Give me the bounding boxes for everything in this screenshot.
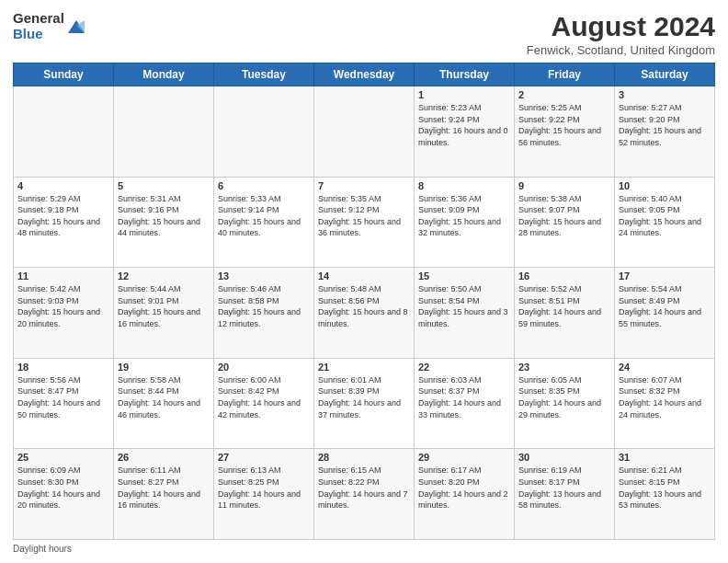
day-info: Sunrise: 5:52 AM Sunset: 8:51 PM Dayligh… [518,283,610,329]
logo-area: General Blue [13,11,86,41]
calendar-cell: 23Sunrise: 6:05 AM Sunset: 8:35 PM Dayli… [515,358,615,449]
calendar-cell: 26Sunrise: 6:11 AM Sunset: 8:27 PM Dayli… [114,449,214,540]
day-info: Sunrise: 6:13 AM Sunset: 8:25 PM Dayligh… [218,465,310,511]
calendar-cell: 12Sunrise: 5:44 AM Sunset: 9:01 PM Dayli… [114,268,214,359]
main-title: August 2024 [527,11,715,41]
logo-icon [66,17,86,37]
day-number: 14 [318,270,410,282]
calendar-cell: 25Sunrise: 6:09 AM Sunset: 8:30 PM Dayli… [14,449,114,540]
day-info: Sunrise: 5:54 AM Sunset: 8:49 PM Dayligh… [619,283,711,329]
day-info: Sunrise: 5:58 AM Sunset: 8:44 PM Dayligh… [118,374,210,420]
day-number: 23 [518,362,610,373]
day-info: Sunrise: 6:05 AM Sunset: 8:35 PM Dayligh… [518,374,610,420]
day-header-monday: Monday [114,63,214,86]
logo-blue: Blue [13,27,64,42]
day-number: 7 [318,180,410,191]
calendar-cell: 2Sunrise: 5:25 AM Sunset: 9:22 PM Daylig… [515,86,615,178]
day-number: 4 [17,180,109,191]
calendar-body: 1Sunrise: 5:23 AM Sunset: 9:24 PM Daylig… [14,86,715,540]
day-number: 2 [518,89,610,100]
calendar-cell [14,86,114,178]
day-info: Sunrise: 5:27 AM Sunset: 9:20 PM Dayligh… [619,102,711,148]
day-info: Sunrise: 5:35 AM Sunset: 9:12 PM Dayligh… [318,193,410,239]
day-number: 10 [619,180,711,191]
calendar-cell: 17Sunrise: 5:54 AM Sunset: 8:49 PM Dayli… [615,268,715,359]
day-info: Sunrise: 6:17 AM Sunset: 8:20 PM Dayligh… [418,465,510,511]
day-header-saturday: Saturday [615,63,715,86]
day-header-tuesday: Tuesday [214,63,314,86]
day-info: Sunrise: 6:15 AM Sunset: 8:22 PM Dayligh… [318,465,410,511]
day-info: Sunrise: 5:48 AM Sunset: 8:56 PM Dayligh… [318,283,410,329]
footer: Daylight hours [13,544,715,554]
day-number: 16 [518,270,610,282]
day-info: Sunrise: 5:42 AM Sunset: 9:03 PM Dayligh… [17,283,109,329]
day-number: 1 [418,89,510,100]
day-number: 24 [619,362,711,373]
calendar-cell: 10Sunrise: 5:40 AM Sunset: 9:05 PM Dayli… [615,177,715,268]
day-info: Sunrise: 5:36 AM Sunset: 9:09 PM Dayligh… [418,193,510,239]
day-info: Sunrise: 6:11 AM Sunset: 8:27 PM Dayligh… [118,465,210,511]
day-number: 5 [118,180,210,191]
day-info: Sunrise: 5:38 AM Sunset: 9:07 PM Dayligh… [518,193,610,239]
calendar-cell: 11Sunrise: 5:42 AM Sunset: 9:03 PM Dayli… [14,268,114,359]
day-number: 21 [318,362,410,373]
calendar-cell: 29Sunrise: 6:17 AM Sunset: 8:20 PM Dayli… [415,449,515,540]
calendar-cell: 27Sunrise: 6:13 AM Sunset: 8:25 PM Dayli… [214,449,314,540]
calendar-cell: 7Sunrise: 5:35 AM Sunset: 9:12 PM Daylig… [314,177,415,268]
calendar-cell: 9Sunrise: 5:38 AM Sunset: 9:07 PM Daylig… [515,177,615,268]
day-number: 13 [218,270,310,282]
day-info: Sunrise: 5:46 AM Sunset: 8:58 PM Dayligh… [218,283,310,329]
day-info: Sunrise: 6:01 AM Sunset: 8:39 PM Dayligh… [318,374,410,420]
day-number: 6 [218,180,310,191]
day-header-friday: Friday [515,63,615,86]
day-header-sunday: Sunday [14,63,114,86]
day-header-thursday: Thursday [415,63,515,86]
calendar-week-2: 4Sunrise: 5:29 AM Sunset: 9:18 PM Daylig… [14,177,715,268]
calendar-cell: 13Sunrise: 5:46 AM Sunset: 8:58 PM Dayli… [214,268,314,359]
calendar-cell: 30Sunrise: 6:19 AM Sunset: 8:17 PM Dayli… [515,449,615,540]
day-info: Sunrise: 6:00 AM Sunset: 8:42 PM Dayligh… [218,374,310,420]
day-info: Sunrise: 6:07 AM Sunset: 8:32 PM Dayligh… [619,374,711,420]
day-info: Sunrise: 6:03 AM Sunset: 8:37 PM Dayligh… [418,374,510,420]
day-info: Sunrise: 5:56 AM Sunset: 8:47 PM Dayligh… [17,374,109,420]
day-number: 25 [17,452,109,463]
day-number: 30 [518,452,610,463]
day-number: 18 [17,362,109,373]
calendar-cell: 22Sunrise: 6:03 AM Sunset: 8:37 PM Dayli… [415,358,515,449]
day-info: Sunrise: 6:09 AM Sunset: 8:30 PM Dayligh… [17,465,109,511]
calendar-cell: 6Sunrise: 5:33 AM Sunset: 9:14 PM Daylig… [214,177,314,268]
calendar-cell: 28Sunrise: 6:15 AM Sunset: 8:22 PM Dayli… [314,449,415,540]
day-number: 22 [418,362,510,373]
day-info: Sunrise: 5:50 AM Sunset: 8:54 PM Dayligh… [418,283,510,329]
calendar-cell: 20Sunrise: 6:00 AM Sunset: 8:42 PM Dayli… [214,358,314,449]
calendar-cell: 16Sunrise: 5:52 AM Sunset: 8:51 PM Dayli… [515,268,615,359]
day-number: 11 [17,270,109,282]
day-info: Sunrise: 5:33 AM Sunset: 9:14 PM Dayligh… [218,193,310,239]
day-info: Sunrise: 5:23 AM Sunset: 9:24 PM Dayligh… [418,102,510,148]
calendar-cell: 4Sunrise: 5:29 AM Sunset: 9:18 PM Daylig… [14,177,114,268]
day-number: 27 [218,452,310,463]
day-info: Sunrise: 5:44 AM Sunset: 9:01 PM Dayligh… [118,283,210,329]
day-number: 19 [118,362,210,373]
day-number: 12 [118,270,210,282]
day-info: Sunrise: 5:40 AM Sunset: 9:05 PM Dayligh… [619,193,711,239]
calendar-cell [114,86,214,178]
calendar-cell: 31Sunrise: 6:21 AM Sunset: 8:15 PM Dayli… [615,449,715,540]
logo-text: General Blue [13,11,64,41]
calendar-week-3: 11Sunrise: 5:42 AM Sunset: 9:03 PM Dayli… [14,268,715,359]
day-number: 20 [218,362,310,373]
day-header-wednesday: Wednesday [314,63,415,86]
day-number: 26 [118,452,210,463]
day-info: Sunrise: 5:29 AM Sunset: 9:18 PM Dayligh… [17,193,109,239]
day-number: 15 [418,270,510,282]
day-info: Sunrise: 5:25 AM Sunset: 9:22 PM Dayligh… [518,102,610,148]
day-number: 31 [619,452,711,463]
calendar-cell: 5Sunrise: 5:31 AM Sunset: 9:16 PM Daylig… [114,177,214,268]
title-area: August 2024 Fenwick, Scotland, United Ki… [527,11,715,57]
calendar-cell: 8Sunrise: 5:36 AM Sunset: 9:09 PM Daylig… [415,177,515,268]
calendar-cell: 1Sunrise: 5:23 AM Sunset: 9:24 PM Daylig… [415,86,515,178]
calendar-week-1: 1Sunrise: 5:23 AM Sunset: 9:24 PM Daylig… [14,86,715,178]
daylight-label: Daylight hours [13,544,72,554]
calendar-table: SundayMondayTuesdayWednesdayThursdayFrid… [13,63,715,540]
calendar-cell: 19Sunrise: 5:58 AM Sunset: 8:44 PM Dayli… [114,358,214,449]
